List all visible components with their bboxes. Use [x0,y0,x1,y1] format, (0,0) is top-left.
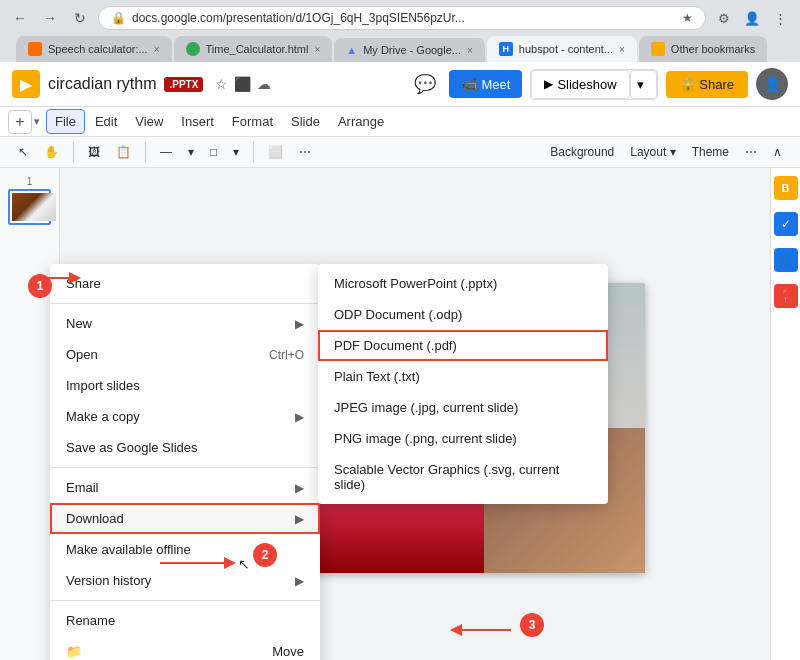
slideshow-button[interactable]: ▶ Slideshow [531,70,629,99]
menu-edit[interactable]: Edit [87,110,125,133]
layout-button[interactable]: Layout ▾ [624,141,681,163]
toolbar-sep-2 [145,142,146,162]
dd-sep-1 [50,303,320,304]
toolbar-select[interactable]: ↖ [12,141,34,163]
right-panel-icon-check[interactable]: ✓ [774,212,798,236]
present-icon[interactable]: ⬛ [234,76,251,92]
dd-save-google[interactable]: Save as Google Slides [50,432,320,463]
tab-other[interactable]: Other bookmarks [639,36,767,62]
share-button[interactable]: 🔒 Share [666,71,748,98]
slide-preview [12,193,56,221]
sub-pdf[interactable]: PDF Document (.pdf) [318,330,608,361]
toolbar-line[interactable]: — [154,141,178,163]
arrow-2 [155,553,245,573]
header-icons: ☆ ⬛ ☁ [215,76,271,92]
pptx-badge: .PPTX [164,77,203,92]
background-button[interactable]: Background [544,141,620,163]
toolbar-shape[interactable]: □ [204,141,223,163]
sub-svg[interactable]: Scalable Vector Graphics (.svg, current … [318,454,608,500]
toolbar-sep-1 [73,142,74,162]
browser-chrome: ← → ↻ 🔒 docs.google.com/presentation/d/1… [0,0,800,62]
menu-bar: + ▾ File Edit View Insert Format Slide A… [0,107,800,137]
toolbar-right: Background Layout ▾ Theme ⋯ ∧ [544,141,788,163]
menu-button[interactable]: ⋮ [768,6,792,30]
dd-new[interactable]: New ▶ [50,308,320,339]
app-logo: ▶ [12,70,40,98]
toolbar-copy-image[interactable]: 📋 [110,141,137,163]
menu-slide[interactable]: Slide [283,110,328,133]
tab-drive[interactable]: ▲ My Drive - Google... × [334,38,485,62]
arrow-3 [446,620,521,640]
tab-time[interactable]: Time_Calculator.html × [174,36,333,62]
back-button[interactable]: ← [8,6,32,30]
add-slide-button[interactable]: + [8,110,32,134]
app-header: ▶ circadian rythm .PPTX ☆ ⬛ ☁ 💬 📹 Meet ▶… [0,62,800,107]
sub-pptx[interactable]: Microsoft PowerPoint (.pptx) [318,268,608,299]
sub-odp[interactable]: ODP Document (.odp) [318,299,608,330]
cloud-icon[interactable]: ☁ [257,76,271,92]
download-submenu: Microsoft PowerPoint (.pptx) ODP Documen… [318,264,608,504]
main-layout: 1 [0,168,800,660]
tabs-bar: Speech calculator:... × Time_Calculator.… [8,36,792,62]
toolbar-pan[interactable]: ✋ [38,141,65,163]
tab-hubspot[interactable]: H hubspot - content... × [487,36,637,62]
file-dropdown: Share New ▶ Open Ctrl+O Import slides Ma… [50,264,320,660]
refresh-button[interactable]: ↻ [68,6,92,30]
header-right: 💬 📹 Meet ▶ Slideshow ▾ 🔒 Share 👤 [409,68,788,100]
collapse-toolbar-button[interactable]: ∧ [767,141,788,163]
address-bar[interactable]: 🔒 docs.google.com/presentation/d/1OGj_6q… [98,6,706,30]
dd-email[interactable]: Email ▶ [50,472,320,503]
avatar[interactable]: 👤 [756,68,788,100]
annotation-2: 2 [253,543,277,567]
toolbar-textbox[interactable]: ⬜ [262,141,289,163]
meet-button[interactable]: 📹 Meet [449,70,523,98]
dd-rename[interactable]: Rename [50,605,320,636]
annotation-3: 3 [520,613,544,637]
sub-jpeg[interactable]: JPEG image (.jpg, current slide) [318,392,608,423]
menu-file[interactable]: File [46,109,85,134]
right-panel: B ✓ 👤 📍 + [770,168,800,660]
dd-move[interactable]: 📁 Move [50,636,320,660]
right-panel-icon-location[interactable]: 📍 [774,284,798,308]
url-text: docs.google.com/presentation/d/1OGj_6qH_… [132,11,676,25]
slideshow-container: ▶ Slideshow ▾ [530,69,657,100]
toolbar: ↖ ✋ 🖼 📋 — ▾ □ ▾ ⬜ ⋯ Background Layout ▾ … [0,137,800,168]
toolbar-image[interactable]: 🖼 [82,141,106,163]
dd-copy[interactable]: Make a copy ▶ [50,401,320,432]
comment-button[interactable]: 💬 [409,68,441,100]
dd-sep-3 [50,600,320,601]
toolbar-line-dropdown[interactable]: ▾ [182,141,200,163]
right-panel-icon-person[interactable]: 👤 [774,248,798,272]
toolbar-more[interactable]: ⋯ [293,141,317,163]
slide-number-1: 1 [8,176,51,187]
dd-sep-2 [50,467,320,468]
annotation-1: 1 [28,274,52,298]
menu-arrange[interactable]: Arrange [330,110,392,133]
dd-download[interactable]: Download ▶ [50,503,320,534]
star-icon[interactable]: ☆ [215,76,228,92]
toolbar-shape-dropdown[interactable]: ▾ [227,141,245,163]
extensions-button[interactable]: ⚙ [712,6,736,30]
toolbar-sep-3 [253,142,254,162]
dd-open[interactable]: Open Ctrl+O [50,339,320,370]
sub-png[interactable]: PNG image (.png, current slide) [318,423,608,454]
dd-import[interactable]: Import slides [50,370,320,401]
menu-format[interactable]: Format [224,110,281,133]
profile-button[interactable]: 👤 [740,6,764,30]
theme-button[interactable]: Theme [686,141,735,163]
app-title: circadian rythm [48,75,156,93]
slideshow-dropdown-button[interactable]: ▾ [630,70,657,99]
menu-view[interactable]: View [127,110,171,133]
slide-thumbnail-1[interactable] [8,189,51,225]
more-options-button[interactable]: ⋯ [739,141,763,163]
right-panel-icon-b[interactable]: B [774,176,798,200]
tab-speech[interactable]: Speech calculator:... × [16,36,172,62]
sub-txt[interactable]: Plain Text (.txt) [318,361,608,392]
forward-button[interactable]: → [38,6,62,30]
menu-insert[interactable]: Insert [173,110,222,133]
